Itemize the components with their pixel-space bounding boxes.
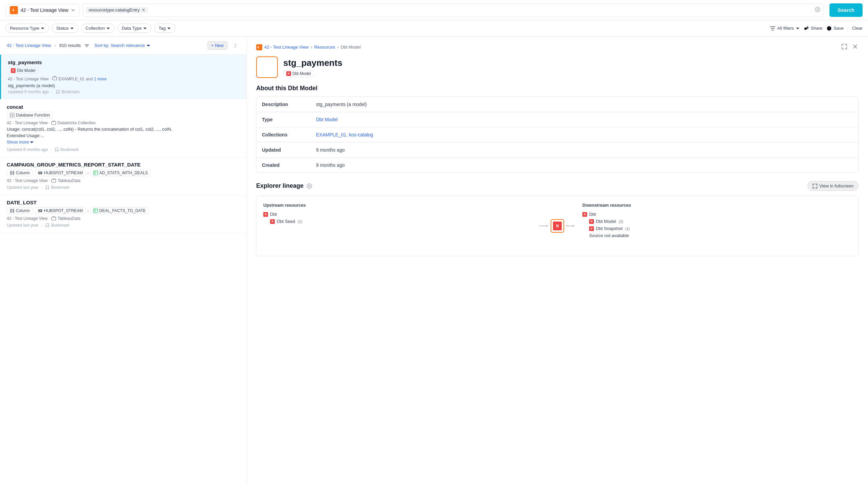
result-item-campaign-group[interactable]: CAMPAIGN_GROUP_METRICS_REPORT_START_DATE… [0, 157, 246, 195]
about-section-title: About this Dbt Model [256, 85, 859, 92]
result-item-stg-payments[interactable]: stg_payments ✕ Dbt Model 42 - Test Linea… [0, 55, 246, 99]
bookmark-icon [45, 223, 50, 228]
breadcrumb-resources-link[interactable]: Resources [314, 45, 335, 50]
sort-button[interactable]: Sort by: Search relevance [94, 43, 150, 48]
left-header: 42 - Test Lineage View › 810 results Sor… [0, 36, 246, 55]
footer-sep: · [51, 89, 52, 94]
workspace-breadcrumb[interactable]: 42 - Test Lineage View [7, 43, 51, 48]
save-icon [826, 26, 832, 31]
column-icon [10, 208, 15, 213]
dbt-x-icon: ✕ [270, 219, 275, 224]
arrow-tag-hubspot: HUBSPOT_STREAM › AD_STATS_WITH_DEALS [35, 170, 151, 176]
view-fullscreen-button[interactable]: View in fullscreen [807, 181, 859, 191]
breadcrumb-sep: › [54, 43, 56, 48]
stream-badge: HUBSPOT_STREAM [35, 207, 86, 214]
fullscreen-icon-btn[interactable] [841, 43, 848, 51]
result-description: Usage: concat(col1, col2, ..., colN) - R… [7, 127, 240, 132]
svg-rect-15 [94, 209, 98, 213]
lineage-settings-icon[interactable] [306, 183, 312, 189]
result-meta: 42 - Test Lineage View · EXAMPLE_01 and … [8, 76, 240, 82]
close-icon-btn[interactable] [852, 43, 859, 51]
share-label: Share [811, 26, 823, 31]
chevron-down-icon [71, 8, 75, 12]
filter-tag[interactable]: Tag [154, 24, 175, 33]
svg-rect-12 [10, 209, 12, 213]
downstream-node-source-na: Source not available [582, 233, 851, 238]
type-link[interactable]: Dbt Model [316, 117, 338, 122]
workspace-selector[interactable]: 4 42 - Test Lineage View [5, 4, 79, 17]
filter-data-type[interactable]: Data Type [117, 24, 151, 33]
clear-button[interactable]: Clear [852, 26, 863, 31]
search-tag-close-icon[interactable]: ✕ [142, 7, 145, 12]
new-button[interactable]: + New [208, 41, 227, 50]
result-item-date-lost[interactable]: DATE_LOST Column HUBSPOT_STREAM › [0, 195, 246, 233]
share-icon [804, 26, 809, 31]
save-label: Save [834, 26, 844, 31]
type-badge-column: Column [7, 170, 33, 176]
clear-search-icon[interactable] [815, 7, 820, 13]
workspace-name: 42 - Test Lineage View [7, 216, 48, 221]
lineage-title: Explorer lineage [256, 182, 312, 189]
node-label: Dbt Snapshot [596, 226, 623, 231]
svg-rect-13 [13, 209, 14, 213]
meta-sep: · [49, 178, 50, 183]
svg-rect-8 [13, 171, 14, 175]
filter-resource-type[interactable]: Resource Type [5, 24, 49, 33]
more-options-button[interactable]: ⋮ [231, 42, 240, 49]
result-footer: Updated last year · Bookmark [7, 223, 240, 228]
stream-badge: HUBSPOT_STREAM [35, 170, 86, 176]
svg-rect-4 [53, 77, 57, 80]
filter-icon [770, 26, 775, 31]
svg-rect-10 [94, 171, 98, 175]
chevron-down-icon [70, 26, 74, 30]
bookmark-button[interactable]: Bookmark [45, 185, 69, 190]
more-collections-link[interactable]: 1 more [94, 77, 106, 81]
result-meta: 42 - Test Lineage View · Databricks Coll… [7, 121, 240, 125]
info-row-created: Created 9 months ago [257, 158, 858, 173]
workspace-name: 42 - Test Lineage View [7, 121, 48, 125]
svg-rect-11 [52, 179, 56, 182]
results-count: 810 results [59, 43, 81, 48]
show-more-label: Show more [7, 139, 29, 145]
breadcrumb-sep: › [311, 45, 312, 50]
stream-label: HUBSPOT_STREAM [44, 208, 83, 213]
workspace-label: 42 - Test Lineage View [21, 7, 68, 13]
upstream-col: Upstream resources ✕ Dbt ✕ Dbt Seed (1) [263, 203, 532, 226]
all-filters-button[interactable]: All filters [770, 26, 799, 31]
share-button[interactable]: Share [804, 26, 823, 31]
svg-rect-6 [52, 122, 56, 125]
meta-sep: · [49, 216, 50, 221]
save-button[interactable]: Save [826, 26, 844, 31]
dbt-model-icon: ✕ [261, 61, 273, 73]
collections-link[interactable]: EXAMPLE_01, kos-catalog [316, 132, 373, 137]
bookmark-label: Bookmark [51, 185, 69, 190]
result-description: stg_payments (a model) [8, 83, 240, 88]
workspace-icon-small: 4 [256, 44, 262, 50]
breadcrumb-workspace-link[interactable]: 42 - Test Lineage View [264, 45, 309, 50]
result-title: concat [7, 104, 240, 110]
filter-collection[interactable]: Collection [81, 24, 115, 33]
result-item-concat[interactable]: concat Database Function 42 - Test Linea… [0, 99, 246, 157]
filter-status-label: Status [56, 26, 69, 31]
bookmark-button[interactable]: Bookmark [54, 147, 79, 152]
bookmark-icon [55, 89, 60, 94]
filter-status[interactable]: Status [52, 24, 78, 33]
dbt-x-icon: ✕ [263, 212, 268, 217]
filter-collection-label: Collection [86, 26, 105, 31]
search-tag[interactable]: resourcetype:catalogEntry ✕ [86, 7, 148, 13]
result-description-2: Extended Usage:... [7, 133, 240, 138]
result-tags: ✕ Dbt Model [8, 67, 240, 74]
search-input[interactable] [150, 7, 815, 13]
search-button[interactable]: Search [829, 3, 863, 17]
source-na-label: Source not available [589, 233, 629, 238]
bookmark-button[interactable]: Bookmark [55, 89, 80, 94]
chevron-down-icon [41, 26, 45, 30]
collection-name: Databricks Collection [57, 121, 96, 125]
info-row-collections: Collections EXAMPLE_01, kos-catalog [257, 127, 858, 143]
type-badge-dbt-model: ✕ Dbt Model [8, 67, 39, 74]
bookmark-button[interactable]: Bookmark [45, 223, 69, 228]
center-node-box: ✕ [551, 219, 564, 233]
lineage-center-node: ✕ [539, 219, 576, 233]
column-icon [10, 171, 15, 175]
show-more-button[interactable]: Show more [7, 139, 240, 145]
